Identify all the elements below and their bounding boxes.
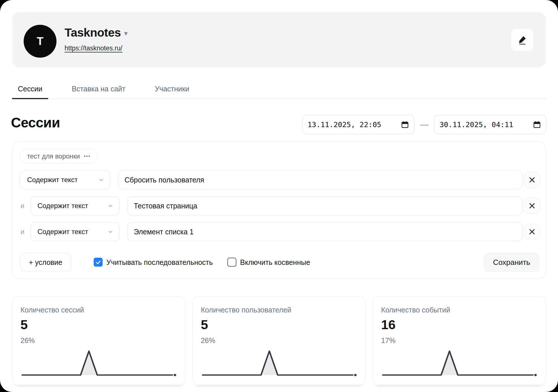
stats-row: Количество сессий 5 26% Количество польз… [12, 296, 546, 385]
operator-select-value: Содержит текст [37, 228, 88, 236]
operator-select-value: Содержит текст [27, 176, 78, 184]
stat-card-events: Количество событий 16 17% [373, 296, 546, 385]
tab-bar: Сессии Вставка на сайт Участники [12, 81, 546, 99]
stat-label: Количество сессий [20, 306, 84, 314]
check-icon [95, 259, 101, 265]
date-end-input[interactable]: 30.11.2025, 04:11 [434, 115, 546, 134]
operator-select[interactable]: Содержит текст [30, 196, 120, 215]
stat-percent: 26% [201, 336, 215, 345]
funnel-filter-panel: тест для воронки ••• Содержит текст и Со [12, 141, 546, 279]
app-page: T Tasknotes▾ https://tasknotes.ru/ Сесси… [0, 0, 558, 392]
add-condition-button[interactable]: + условие [20, 253, 71, 272]
filter-value-input[interactable] [118, 170, 523, 189]
operator-select[interactable]: Содержит текст [20, 170, 110, 189]
close-icon [528, 228, 536, 235]
pencil-icon [517, 35, 527, 45]
filter-row: Содержит текст [12, 170, 546, 189]
conjunction-label: и [20, 222, 24, 241]
filter-value-input[interactable] [127, 196, 523, 215]
sequence-checkbox[interactable] [94, 258, 103, 267]
close-icon [528, 176, 536, 184]
project-url-link[interactable]: https://tasknotes.ru/ [65, 44, 122, 52]
stat-value: 5 [20, 317, 28, 332]
operator-select[interactable]: Содержит текст [30, 222, 120, 241]
indirect-checkbox[interactable] [227, 258, 236, 267]
save-button[interactable]: Сохранить [484, 253, 539, 272]
page-title: Tasknotes [65, 26, 121, 39]
chevron-down-icon [107, 229, 114, 235]
edit-project-button[interactable] [511, 28, 534, 51]
sequence-checkbox-label[interactable]: Учитывать последовательность [106, 253, 213, 272]
stat-percent: 17% [381, 336, 395, 345]
stat-percent: 26% [20, 336, 35, 345]
conjunction-label: и [20, 196, 24, 215]
tab-sessions[interactable]: Сессии [12, 81, 48, 99]
sparkline-chart [200, 349, 358, 380]
filter-actions-row: + условие Учитывать последовательность В… [12, 253, 546, 272]
chevron-down-icon [107, 203, 114, 209]
avatar: T [24, 25, 56, 58]
filter-value-input[interactable] [127, 222, 523, 241]
sparkline-chart [20, 349, 178, 380]
indirect-checkbox-label[interactable]: Включить косвенные [240, 253, 310, 272]
more-options-icon[interactable]: ••• [84, 154, 91, 159]
date-end-value: 30.11.2025, 04:11 [440, 120, 513, 129]
date-start-value: 13.11.2025, 22:05 [308, 120, 381, 129]
chevron-down-icon [98, 177, 104, 183]
avatar-letter: T [37, 35, 43, 48]
filter-row: и Содержит текст [12, 196, 546, 215]
tab-embed[interactable]: Вставка на сайт [66, 81, 131, 99]
date-start-input[interactable]: 13.11.2025, 22:05 [302, 115, 414, 134]
remove-condition-button[interactable] [524, 224, 540, 240]
close-icon [528, 202, 536, 210]
tab-members[interactable]: Участники [149, 81, 195, 99]
filter-row: и Содержит текст [12, 222, 546, 241]
stat-card-users: Количество пользователей 5 26% [193, 296, 366, 385]
date-range-separator: — [418, 115, 430, 134]
calendar-icon[interactable] [533, 120, 541, 129]
stat-label: Количество событий [381, 306, 450, 314]
chevron-down-icon: ▾ [124, 30, 127, 37]
sparkline-chart [380, 349, 538, 380]
section-title: Сессии [11, 115, 60, 131]
calendar-icon[interactable] [401, 120, 409, 129]
remove-condition-button[interactable] [524, 198, 540, 214]
operator-select-value: Содержит текст [37, 202, 88, 210]
project-header: T Tasknotes▾ https://tasknotes.ru/ [12, 12, 546, 67]
funnel-name-badge[interactable]: тест для воронки ••• [20, 149, 98, 163]
project-title-dropdown[interactable]: Tasknotes▾ [65, 26, 127, 39]
stat-card-sessions: Количество сессий 5 26% [12, 296, 185, 385]
funnel-name-label: тест для воронки [27, 152, 80, 160]
stat-value: 5 [201, 317, 208, 332]
stat-label: Количество пользователей [201, 306, 291, 314]
stat-value: 16 [381, 317, 395, 332]
remove-condition-button[interactable] [524, 172, 540, 188]
